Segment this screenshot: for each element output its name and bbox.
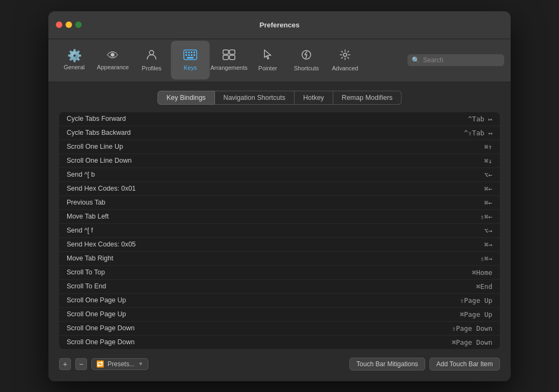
binding-action-label: Scroll One Page Up bbox=[67, 296, 460, 304]
binding-action-label: Send ^[ b bbox=[67, 171, 484, 178]
table-row[interactable]: Scroll One Page Up⇧Page Up bbox=[59, 294, 500, 308]
pointer-icon bbox=[262, 49, 273, 63]
table-row[interactable]: Scroll One Line Down⌘↓ bbox=[59, 154, 500, 168]
binding-shortcut-label: ⇧⌘→ bbox=[480, 255, 492, 263]
table-row[interactable]: Send ^[ f⌥→ bbox=[59, 224, 500, 238]
binding-action-label: Send ^[ f bbox=[67, 227, 484, 234]
binding-action-label: Cycle Tabs Forward bbox=[67, 115, 468, 122]
table-row[interactable]: Scroll One Page Down⇧Page Down bbox=[59, 322, 500, 336]
lightning-icon bbox=[301, 49, 312, 63]
binding-shortcut-label: ⌘End bbox=[476, 282, 492, 291]
binding-action-label: Move Tab Right bbox=[67, 255, 480, 262]
table-row[interactable]: Scroll One Page Up⌘Page Up bbox=[59, 308, 500, 322]
advanced-icon bbox=[339, 49, 351, 63]
toolbar-label-profiles: Profiles bbox=[142, 65, 162, 71]
svg-rect-10 bbox=[187, 57, 194, 59]
tab-navigation-shortcuts[interactable]: Navigation Shortcuts bbox=[215, 91, 295, 105]
eye-icon: 👁 bbox=[107, 50, 119, 62]
binding-shortcut-label: ⇧⌘← bbox=[480, 213, 492, 221]
binding-shortcut-label: ⌘Page Down bbox=[452, 338, 492, 346]
toolbar-item-general[interactable]: ⚙️ General bbox=[55, 41, 94, 79]
presets-icon: 🔁 bbox=[96, 360, 104, 368]
toolbar-label-keys: Keys bbox=[184, 64, 197, 71]
toolbar-item-keys[interactable]: Keys bbox=[171, 41, 210, 79]
preferences-window: Preferences ⚙️ General 👁 Appearance Prof… bbox=[48, 11, 511, 381]
bindings-container: Cycle Tabs Forward^Tab ↦Cycle Tabs Backw… bbox=[59, 112, 500, 349]
toolbar-item-appearance[interactable]: 👁 Appearance bbox=[94, 41, 132, 79]
binding-shortcut-label: ⌥→ bbox=[484, 227, 492, 235]
toolbar-item-arrangements[interactable]: Arrangements bbox=[210, 41, 248, 79]
remove-binding-button[interactable]: − bbox=[75, 358, 87, 370]
table-row[interactable]: Send Hex Codes: 0x01⌘← bbox=[59, 182, 500, 196]
binding-shortcut-label: ⇧Page Down bbox=[452, 324, 492, 332]
chevron-down-icon: ▼ bbox=[138, 361, 144, 367]
search-input[interactable] bbox=[423, 56, 500, 64]
table-row[interactable]: Scroll To End⌘End bbox=[59, 280, 500, 294]
binding-action-label: Scroll One Page Down bbox=[67, 338, 452, 346]
svg-rect-8 bbox=[191, 54, 192, 56]
search-box[interactable]: 🔍 bbox=[407, 54, 504, 66]
close-button[interactable] bbox=[56, 21, 62, 28]
table-row[interactable]: Cycle Tabs Backward^⇧Tab ↤ bbox=[59, 126, 500, 140]
table-row[interactable]: Scroll One Page Down⌘Page Down bbox=[59, 336, 500, 349]
minimize-button[interactable] bbox=[66, 21, 72, 28]
bottom-bar: + − 🔁 Presets... ▼ Touch Bar Mitigations… bbox=[59, 355, 500, 371]
table-row[interactable]: Scroll To Top⌘Home bbox=[59, 266, 500, 280]
binding-action-label: Previous Tab bbox=[67, 199, 484, 206]
add-binding-button[interactable]: + bbox=[59, 358, 71, 370]
binding-action-label: Send Hex Codes: 0x05 bbox=[67, 241, 484, 248]
binding-action-label: Send Hex Codes: 0x01 bbox=[67, 185, 484, 192]
svg-rect-9 bbox=[194, 54, 195, 56]
presets-dropdown[interactable]: 🔁 Presets... ▼ bbox=[91, 358, 148, 370]
maximize-button[interactable] bbox=[75, 21, 82, 28]
table-row[interactable]: Send Hex Codes: 0x05⌘→ bbox=[59, 238, 500, 252]
toolbar-label-general: General bbox=[63, 64, 84, 70]
add-touch-bar-item-button[interactable]: Add Touch Bar Item bbox=[429, 358, 500, 371]
binding-shortcut-label: ⌘↑ bbox=[484, 143, 492, 151]
gear-icon: ⚙️ bbox=[67, 50, 82, 62]
binding-action-label: Scroll To Top bbox=[67, 268, 472, 276]
search-icon: 🔍 bbox=[412, 56, 420, 64]
binding-shortcut-label: ⌘Page Up bbox=[460, 310, 492, 318]
table-row[interactable]: Send ^[ b⌥← bbox=[59, 168, 500, 182]
table-row[interactable]: Scroll One Line Up⌘↑ bbox=[59, 140, 500, 154]
binding-action-label: Scroll One Line Up bbox=[67, 143, 484, 150]
toolbar-label-arrangements: Arrangements bbox=[210, 64, 247, 71]
svg-rect-5 bbox=[194, 52, 195, 53]
keyboard-icon bbox=[183, 49, 197, 62]
tab-remap-modifiers[interactable]: Remap Modifiers bbox=[333, 91, 402, 105]
svg-rect-14 bbox=[230, 55, 235, 60]
toolbar-label-pointer: Pointer bbox=[259, 65, 277, 71]
table-row[interactable]: Cycle Tabs Forward^Tab ↦ bbox=[59, 112, 500, 126]
binding-shortcut-label: ⌘↓ bbox=[484, 157, 492, 165]
toolbar-item-advanced[interactable]: Advanced bbox=[326, 41, 364, 79]
svg-rect-2 bbox=[185, 52, 187, 53]
toolbar-label-shortcuts: Shortcuts bbox=[294, 65, 319, 71]
binding-shortcut-label: ⌘← bbox=[484, 199, 492, 207]
svg-rect-3 bbox=[188, 52, 190, 53]
binding-shortcut-label: ⌘→ bbox=[484, 241, 492, 249]
table-row[interactable]: Previous Tab⌘← bbox=[59, 196, 500, 210]
person-icon bbox=[146, 49, 157, 63]
bindings-list: Cycle Tabs Forward^Tab ↦Cycle Tabs Backw… bbox=[59, 112, 500, 349]
binding-action-label: Move Tab Left bbox=[67, 213, 480, 220]
touch-bar-mitigations-button[interactable]: Touch Bar Mitigations bbox=[349, 358, 425, 371]
toolbar-item-pointer[interactable]: Pointer bbox=[248, 41, 287, 79]
table-row[interactable]: Move Tab Left⇧⌘← bbox=[59, 210, 500, 224]
svg-rect-11 bbox=[223, 50, 228, 54]
toolbar-item-profiles[interactable]: Profiles bbox=[132, 41, 171, 79]
binding-shortcut-label: ⌘← bbox=[484, 185, 492, 193]
window-title: Preferences bbox=[260, 21, 299, 29]
tab-key-bindings[interactable]: Key Bindings bbox=[157, 91, 215, 105]
traffic-lights bbox=[48, 21, 82, 28]
sub-tabs: Key Bindings Navigation Shortcuts Hotkey… bbox=[59, 91, 500, 105]
binding-shortcut-label: ⌥← bbox=[484, 171, 492, 179]
tab-hotkey[interactable]: Hotkey bbox=[295, 91, 333, 105]
binding-shortcut-label: ⌘Home bbox=[472, 268, 492, 277]
toolbar-item-shortcuts[interactable]: Shortcuts bbox=[287, 41, 326, 79]
toolbar-label-advanced: Advanced bbox=[332, 65, 359, 71]
binding-shortcut-label: ⇧Page Up bbox=[460, 296, 492, 304]
binding-shortcut-label: ^⇧Tab ↤ bbox=[464, 129, 492, 137]
table-row[interactable]: Move Tab Right⇧⌘→ bbox=[59, 252, 500, 266]
binding-action-label: Cycle Tabs Backward bbox=[67, 129, 464, 136]
